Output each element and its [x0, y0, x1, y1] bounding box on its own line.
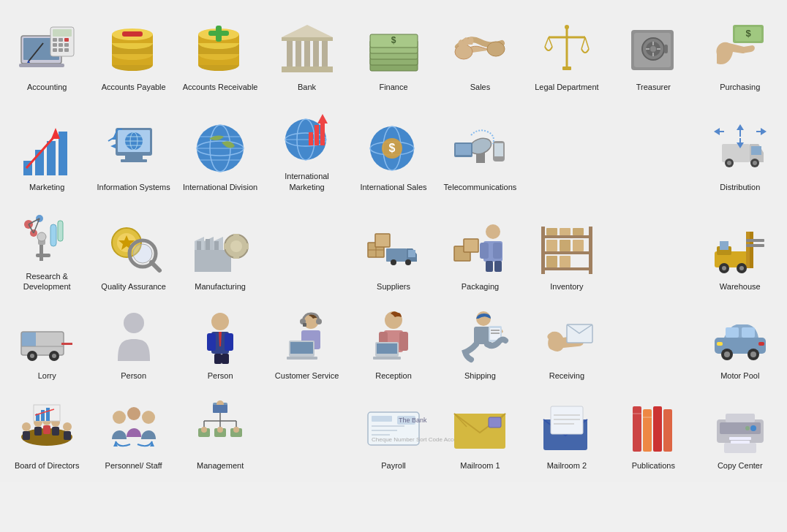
svg-rect-303 [653, 406, 662, 452]
svg-line-56 [545, 37, 549, 47]
icon-cell-payroll[interactable]: The Bank Cheque Number Sort Code Account… [350, 392, 437, 475]
icon-cell-accounts-payable[interactable]: Accounts Payable [90, 13, 176, 96]
svg-point-246 [724, 352, 730, 357]
svg-line-144 [151, 262, 159, 270]
svg-point-120 [727, 161, 731, 165]
svg-point-210 [52, 354, 56, 358]
icon-cell-research-development[interactable]: Research & Development [4, 202, 90, 297]
svg-rect-190 [546, 256, 557, 267]
quality-assurance-icon [105, 218, 163, 277]
svg-rect-261 [43, 425, 50, 434]
icon-cell-customer-service[interactable]: Customer Service [263, 302, 350, 385]
payroll-icon: The Bank Cheque Number Sort Code Account… [364, 398, 423, 456]
icon-cell-mailroom2[interactable]: Mailroom 2 [524, 392, 610, 475]
icon-cell-empty2b[interactable] [610, 102, 696, 197]
svg-rect-118 [751, 146, 761, 155]
svg-point-269 [142, 411, 155, 424]
icon-cell-copy-center[interactable]: Copy Center [697, 392, 783, 475]
svg-rect-196 [750, 232, 753, 268]
empty-icon [278, 409, 336, 468]
icon-cell-packaging[interactable]: Packaging [437, 202, 523, 297]
icon-cell-empty3b[interactable] [610, 202, 696, 297]
management-icon [191, 398, 249, 456]
svg-rect-243 [726, 327, 739, 338]
svg-rect-217 [214, 354, 222, 364]
icon-cell-international-marketing[interactable]: International Marketing [263, 102, 350, 197]
icon-cell-lorry[interactable]: Lorry [4, 302, 90, 385]
icon-cell-international-sales[interactable]: $ International Sales [350, 102, 437, 197]
svg-point-268 [127, 407, 140, 420]
icon-cell-person1[interactable]: Person [90, 302, 176, 385]
icon-cell-personnel-staff[interactable]: Personnel/ Staff [90, 392, 176, 475]
icon-label-purchasing: Purchasing [720, 82, 760, 92]
icon-cell-marketing[interactable]: Marketing [4, 102, 90, 197]
empty-icon [624, 131, 682, 189]
svg-rect-257 [52, 427, 59, 436]
icon-cell-treasurer[interactable]: Treasurer [610, 13, 696, 96]
icon-cell-purchasing[interactable]: $ Purchasing [697, 13, 783, 96]
legal-department-icon [538, 19, 596, 77]
icon-label-board-of-directors: Board of Directors [15, 460, 80, 471]
icon-cell-international-division[interactable]: International Division [177, 102, 263, 197]
icon-cell-manufacturing[interactable]: Manufacturing [177, 202, 263, 297]
icon-cell-mailroom1[interactable]: Mailroom 1 [437, 392, 523, 475]
icon-cell-inventory[interactable]: Inventory [524, 202, 610, 297]
icon-cell-warehouse[interactable]: Warehouse [697, 202, 783, 297]
svg-rect-195 [746, 232, 750, 268]
svg-rect-312 [731, 441, 750, 444]
icon-grid: Accounting Accounts Payable Accounts Rec… [0, 0, 787, 482]
icon-cell-legal-department[interactable]: Legal Department [524, 13, 610, 96]
person2-icon [191, 308, 249, 366]
icon-cell-telecommunications[interactable]: Telecommunications [437, 102, 523, 197]
svg-rect-5 [53, 38, 57, 42]
icon-cell-bank[interactable]: Bank [263, 13, 350, 96]
svg-rect-187 [546, 240, 557, 251]
svg-rect-149 [197, 241, 201, 250]
svg-rect-113 [456, 144, 471, 155]
icon-cell-empty4a[interactable] [610, 302, 696, 385]
customer-service-icon [278, 308, 336, 366]
svg-point-258 [63, 422, 72, 431]
icon-label-warehouse: Warehouse [720, 281, 761, 292]
icon-cell-quality-assurance[interactable]: Quality Assurance [90, 202, 176, 297]
icon-cell-shipping[interactable]: Shipping [437, 302, 523, 385]
icon-cell-accounts-receivable[interactable]: Accounts Receivable [177, 13, 263, 96]
svg-rect-72 [664, 45, 668, 53]
icon-label-accounts-payable: Accounts Payable [102, 82, 166, 92]
icon-cell-suppliers[interactable]: Suppliers [350, 202, 437, 297]
empty-icon [278, 230, 336, 289]
icon-cell-empty2a[interactable] [524, 102, 610, 197]
icon-cell-sales[interactable]: Sales [437, 13, 523, 96]
icon-cell-reception[interactable]: Reception [350, 302, 437, 385]
icon-cell-accounting[interactable]: Accounting [4, 13, 90, 96]
svg-rect-6 [59, 38, 63, 42]
icon-cell-receiving[interactable]: Receiving [524, 302, 610, 385]
icon-cell-motor-pool[interactable]: Motor Pool [697, 302, 783, 385]
icon-cell-publications[interactable]: Publications [610, 392, 696, 475]
svg-point-200 [722, 266, 726, 270]
svg-point-202 [739, 266, 744, 270]
empty-icon [538, 131, 596, 189]
icon-cell-board-of-directors[interactable]: Board of Directors [4, 392, 90, 475]
icon-cell-person2[interactable]: Person [177, 302, 263, 385]
svg-text:$: $ [389, 142, 396, 154]
bank-icon [278, 19, 336, 77]
svg-text:$: $ [391, 35, 396, 45]
icon-cell-management[interactable]: Management [177, 392, 263, 475]
icon-label-management: Management [197, 460, 244, 471]
svg-rect-150 [206, 239, 210, 250]
svg-rect-198 [746, 244, 764, 247]
svg-rect-302 [643, 409, 652, 452]
svg-rect-255 [34, 427, 42, 436]
icon-label-sales: Sales [470, 82, 491, 92]
icon-cell-empty5a[interactable] [263, 392, 350, 475]
icon-cell-finance[interactable]: $ Finance [350, 13, 437, 96]
svg-point-213 [211, 313, 229, 330]
icon-cell-empty3a[interactable] [263, 202, 350, 297]
copy-center-icon [711, 398, 769, 456]
icon-cell-distribution[interactable]: Distribution [697, 102, 783, 197]
suppliers-icon [364, 218, 423, 277]
icon-cell-information-systems[interactable]: Information Systems [90, 102, 176, 197]
svg-rect-184 [546, 228, 557, 235]
svg-rect-191 [560, 256, 571, 267]
